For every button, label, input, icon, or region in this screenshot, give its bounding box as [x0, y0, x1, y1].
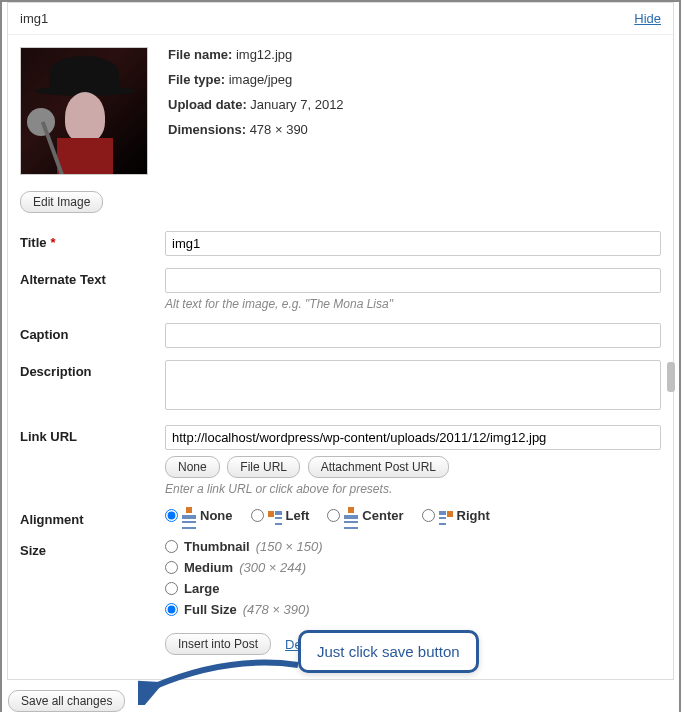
filetype-label: File type: — [168, 72, 225, 87]
size-large-radio[interactable] — [165, 582, 178, 595]
hide-link[interactable]: Hide — [634, 11, 661, 26]
edit-image-button[interactable]: Edit Image — [20, 191, 103, 213]
align-center-radio[interactable] — [327, 509, 340, 522]
link-url-label: Link URL — [20, 425, 165, 444]
size-label: Size — [20, 539, 165, 558]
alt-text-label: Alternate Text — [20, 268, 165, 287]
filetype-value: image/jpeg — [229, 72, 293, 87]
caption-label: Caption — [20, 323, 165, 342]
alt-text-hint: Alt text for the image, e.g. "The Mona L… — [165, 297, 661, 311]
save-all-changes-button[interactable]: Save all changes — [8, 690, 125, 712]
dimensions-label: Dimensions: — [168, 122, 246, 137]
align-left-icon — [268, 511, 282, 521]
align-left-radio[interactable] — [251, 509, 264, 522]
size-medium-radio[interactable] — [165, 561, 178, 574]
dimensions-value: 478 × 390 — [250, 122, 308, 137]
align-right-radio[interactable] — [422, 509, 435, 522]
size-full-option[interactable]: Full Size (478 × 390) — [165, 602, 661, 617]
title-label: Title — [20, 235, 47, 250]
align-right-icon — [439, 511, 453, 521]
link-url-input[interactable] — [165, 425, 661, 450]
annotation-arrow-icon — [138, 645, 308, 705]
align-right-option[interactable]: Right — [422, 508, 490, 523]
description-input[interactable] — [165, 360, 661, 410]
link-none-button[interactable]: None — [165, 456, 220, 478]
link-attachment-url-button[interactable]: Attachment Post URL — [308, 456, 449, 478]
alt-text-input[interactable] — [165, 268, 661, 293]
upload-date-value: January 7, 2012 — [250, 97, 343, 112]
description-label: Description — [20, 360, 165, 379]
align-left-option[interactable]: Left — [251, 508, 310, 523]
size-full-radio[interactable] — [165, 603, 178, 616]
alignment-label: Alignment — [20, 508, 165, 527]
size-thumbnail-radio[interactable] — [165, 540, 178, 553]
panel-header: img1 Hide — [8, 3, 673, 35]
attachment-meta: File name: img12.jpg File type: image/jp… — [168, 47, 661, 175]
filename-label: File name: — [168, 47, 232, 62]
link-url-hint: Enter a link URL or click above for pres… — [165, 482, 661, 496]
caption-input[interactable] — [165, 323, 661, 348]
attachment-thumbnail — [20, 47, 148, 175]
upload-date-label: Upload date: — [168, 97, 247, 112]
size-large-option[interactable]: Large — [165, 581, 661, 596]
size-medium-option[interactable]: Medium (300 × 244) — [165, 560, 661, 575]
media-item-panel: img1 Hide File name: img12.jpg File type… — [7, 2, 674, 680]
panel-title: img1 — [20, 11, 48, 26]
title-input[interactable] — [165, 231, 661, 256]
align-none-option[interactable]: None — [165, 508, 233, 523]
required-marker: * — [51, 235, 56, 250]
scrollbar-thumb[interactable] — [667, 362, 675, 392]
align-center-icon — [344, 511, 358, 521]
align-none-radio[interactable] — [165, 509, 178, 522]
align-center-option[interactable]: Center — [327, 508, 403, 523]
link-file-url-button[interactable]: File URL — [227, 456, 300, 478]
filename-value: img12.jpg — [236, 47, 292, 62]
size-thumbnail-option[interactable]: Thumbnail (150 × 150) — [165, 539, 661, 554]
annotation-callout: Just click save button — [298, 630, 479, 673]
align-none-icon — [182, 511, 196, 521]
